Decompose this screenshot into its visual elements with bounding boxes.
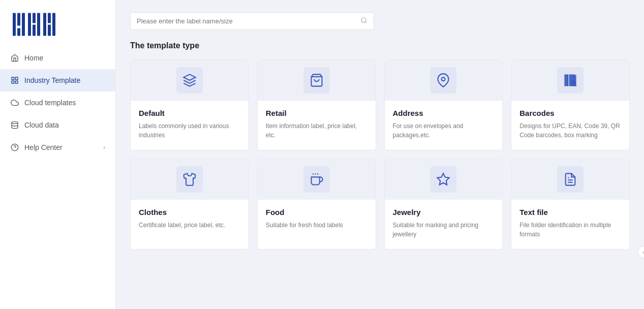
card-title-food: Food [258, 208, 376, 217]
search-icon [360, 17, 367, 25]
sidebar-item-industry-template[interactable]: Industry Template [0, 69, 115, 91]
svg-marker-21 [183, 74, 195, 80]
svg-point-19 [361, 18, 366, 22]
svg-point-25 [572, 82, 574, 84]
card-title-barcodes: Barcodes [511, 109, 629, 117]
sidebar-item-home-label: Home [24, 54, 105, 62]
svg-rect-6 [33, 25, 36, 36]
main-content: The template type Default Labels commonl… [116, 0, 644, 309]
sidebar-item-cloud-data-label: Cloud data [24, 121, 105, 129]
card-title-default: Default [131, 109, 249, 117]
template-card-jewelry[interactable]: Jewelry Suitable for marking and pricing… [384, 159, 503, 250]
card-desc-jewelry: Suitable for marking and pricing jewelle… [385, 221, 503, 239]
svg-rect-7 [37, 13, 40, 36]
sidebar-item-cloud-templates-label: Cloud templates [24, 99, 105, 107]
address-icon [430, 67, 456, 94]
card-desc-retail: Item information label, price label, etc… [258, 121, 376, 140]
sidebar-item-home[interactable]: Home [0, 47, 115, 69]
svg-rect-9 [48, 13, 51, 23]
sidebar-item-industry-template-label: Industry Template [24, 76, 105, 84]
section-title: The template type [130, 41, 630, 50]
search-bar [130, 12, 374, 30]
template-card-address[interactable]: Address For use on envelopes and package… [384, 59, 503, 150]
sidebar: Home Industry Template Cloud templates C… [0, 0, 116, 309]
svg-rect-10 [48, 25, 51, 36]
cloud-data-icon [10, 120, 19, 130]
card-desc-food: Suitable for fresh food labels [258, 221, 376, 230]
sidebar-item-cloud-data[interactable]: Cloud data [0, 114, 115, 136]
svg-rect-5 [33, 13, 36, 23]
card-icon-area-default [131, 60, 249, 101]
card-title-jewelry: Jewelry [385, 208, 503, 217]
svg-rect-8 [43, 13, 46, 36]
card-icon-area-food [258, 159, 376, 200]
cloud-templates-icon [10, 98, 19, 107]
svg-rect-2 [17, 28, 20, 36]
card-desc-default: Labels commonly used in various industri… [131, 121, 249, 140]
card-desc-clothes: Certificate label, price label, etc. [131, 221, 249, 230]
template-card-food[interactable]: Food Suitable for fresh food labels [257, 159, 376, 250]
template-card-retail[interactable]: Retail Item information label, price lab… [257, 59, 376, 150]
card-icon-area-retail [258, 60, 376, 101]
card-title-text-file: Text file [511, 208, 629, 217]
card-icon-area-barcodes [511, 60, 629, 101]
help-icon [10, 143, 19, 152]
jewelry-icon [430, 166, 456, 193]
svg-rect-0 [13, 13, 16, 36]
sidebar-item-help-center[interactable]: Help Center › [0, 136, 115, 159]
home-icon [10, 53, 19, 63]
barcode-icon [557, 67, 584, 94]
card-icon-area-address [385, 60, 503, 101]
app-logo [10, 9, 56, 40]
retail-icon [303, 67, 330, 94]
svg-rect-3 [22, 13, 25, 36]
svg-point-16 [12, 121, 18, 123]
clothes-icon [176, 166, 203, 193]
svg-rect-14 [12, 81, 14, 83]
svg-point-23 [442, 77, 445, 81]
svg-line-20 [365, 22, 367, 23]
sidebar-nav: Home Industry Template Cloud templates C… [0, 47, 115, 159]
svg-rect-4 [28, 13, 31, 36]
card-icon-area-clothes [131, 159, 249, 200]
search-input[interactable] [137, 17, 356, 25]
layers-icon [176, 67, 203, 94]
template-card-clothes[interactable]: Clothes Certificate label, price label, … [130, 159, 249, 250]
card-desc-address: For use on envelopes and packages,etc. [385, 121, 503, 140]
chevron-right-icon: › [103, 144, 105, 151]
card-title-clothes: Clothes [131, 208, 249, 217]
svg-rect-1 [17, 13, 20, 26]
svg-rect-12 [12, 77, 14, 80]
search-bar-wrapper [130, 12, 630, 30]
svg-rect-13 [15, 77, 18, 80]
logo-area [0, 0, 115, 47]
template-card-default[interactable]: Default Labels commonly used in various … [130, 59, 249, 150]
card-icon-area-text-file [511, 159, 629, 200]
svg-rect-15 [15, 81, 18, 83]
svg-rect-11 [52, 13, 55, 36]
text-file-icon [557, 166, 584, 193]
template-card-text-file[interactable]: Text file File folder identification in … [511, 159, 630, 250]
sidebar-item-cloud-templates[interactable]: Cloud templates [0, 91, 115, 114]
card-desc-text-file: File folder identification in multiple f… [511, 221, 629, 239]
card-icon-area-jewelry [385, 159, 503, 200]
card-title-address: Address [385, 109, 503, 117]
card-title-retail: Retail [258, 109, 376, 117]
food-icon [303, 166, 330, 193]
card-desc-barcodes: Designs for UPC, EAN, Code 39, QR Code b… [511, 121, 629, 140]
template-card-barcodes[interactable]: Barcodes Designs for UPC, EAN, Code 39, … [511, 59, 630, 150]
template-grid: Default Labels commonly used in various … [130, 59, 630, 250]
sidebar-item-help-center-label: Help Center [24, 143, 98, 151]
template-icon [10, 76, 19, 85]
